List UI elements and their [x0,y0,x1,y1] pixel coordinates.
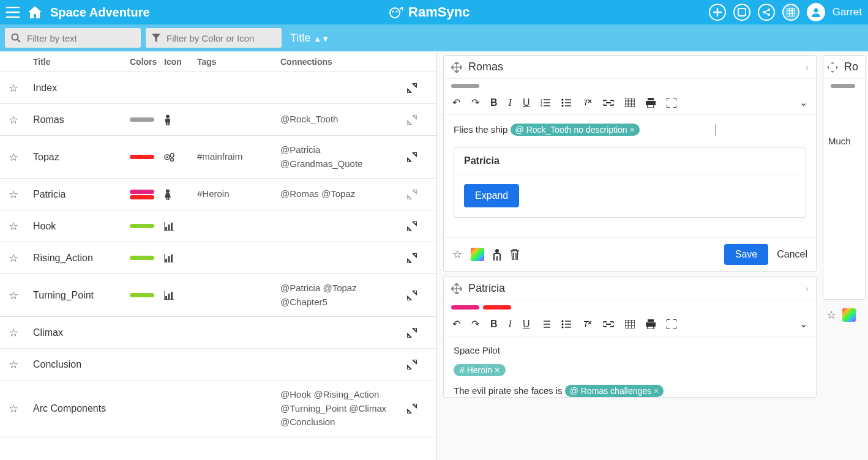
expand-icon[interactable] [407,152,428,162]
table-row[interactable]: ☆ Arc Components @Hook @Rising_Action@Tu… [0,380,436,437]
ul-icon[interactable] [561,320,571,328]
mention-rock-tooth[interactable]: @ Rock_Tooth no description× [511,124,640,136]
italic-icon[interactable]: I [509,319,512,330]
table-row[interactable]: ☆ Climax [0,317,436,349]
list-header: Title Colors Icon Tags Connections [0,51,436,72]
table-icon[interactable] [625,320,635,328]
row-icon [164,152,197,162]
table-row[interactable]: ☆ Hook [0,210,436,242]
move-icon[interactable] [451,62,462,73]
row-colors [130,292,164,299]
save-button[interactable]: Save [724,244,768,265]
link-icon[interactable] [603,100,614,106]
share-button[interactable] [758,4,775,21]
col-colors[interactable]: Colors [130,57,164,67]
chevron-right-icon[interactable]: › [806,62,809,72]
chevron-down-icon[interactable]: ⌄ [799,97,807,108]
undo-icon[interactable]: ↶ [452,318,460,330]
table-row[interactable]: ☆ Romas @Rock_Tooth [0,104,436,136]
fullscreen-icon[interactable] [667,319,676,329]
color-picker-icon[interactable] [471,248,484,261]
expand-icon[interactable] [407,291,428,300]
col-title[interactable]: Title [33,57,130,67]
grid-button[interactable] [782,4,799,21]
ul-icon[interactable] [561,98,571,107]
filter-color-box[interactable] [146,28,282,48]
star-icon[interactable]: ☆ [9,289,18,302]
row-icon [164,291,197,300]
star-icon[interactable]: ☆ [9,358,18,371]
expand-icon[interactable] [407,83,428,93]
star-icon[interactable]: ☆ [9,220,18,232]
star-icon[interactable]: ☆ [9,402,18,415]
expand-icon[interactable] [407,328,428,338]
expand-icon[interactable] [407,221,428,231]
sort-control[interactable]: Title ▲▼ [286,32,329,45]
bold-icon[interactable]: B [490,319,498,330]
editor-body[interactable]: Flies the ship @ Rock_Tooth no descripti… [444,115,816,237]
note-button[interactable] [733,4,750,21]
redo-icon[interactable]: ↷ [471,318,479,330]
table-row[interactable]: ☆ Topaz #mainfraim @Patricia@Grandmas_Qu… [0,136,436,179]
color-picker-icon[interactable] [842,308,856,322]
print-icon[interactable] [646,98,656,108]
expand-icon[interactable] [407,404,428,414]
chevron-down-icon[interactable]: ⌄ [799,318,807,330]
move-icon[interactable] [451,283,462,294]
expand-button[interactable]: Expand [464,184,519,207]
delete-icon[interactable] [510,249,520,260]
filter-text-box[interactable] [5,28,141,48]
expand-icon[interactable] [407,115,428,125]
col-connections[interactable]: Connections [280,57,407,67]
svg-rect-22 [171,223,173,231]
clear-format-icon[interactable]: T [582,319,592,329]
menu-icon[interactable] [6,7,20,18]
link-icon[interactable] [603,321,614,327]
table-row[interactable]: ☆ Conclusion [0,349,436,380]
underline-icon[interactable]: U [523,97,530,108]
clear-format-icon[interactable]: T [582,98,592,108]
star-icon[interactable]: ☆ [9,82,18,94]
star-icon[interactable]: ☆ [452,248,462,261]
col-tags[interactable]: Tags [197,57,280,67]
star-icon[interactable]: ☆ [9,327,18,339]
cancel-button[interactable]: Cancel [777,249,807,260]
bold-icon[interactable]: B [490,97,498,108]
ol-icon[interactable] [541,320,550,328]
add-button[interactable] [709,4,726,21]
editor-toolbar: ↶ ↷ B I U 123 T ⌄ [444,91,816,115]
star-icon[interactable]: ☆ [9,114,18,126]
home-icon[interactable] [28,6,42,18]
expand-icon[interactable] [407,360,428,369]
user-avatar-icon[interactable] [807,3,825,21]
expand-icon[interactable] [407,253,428,263]
redo-icon[interactable]: ↷ [471,97,479,108]
table-row[interactable]: ☆ Rising_Action [0,242,436,274]
table-row[interactable]: ☆ Index [0,72,436,104]
table-icon[interactable] [625,98,635,107]
col-icon[interactable]: Icon [164,57,197,67]
person-icon[interactable] [493,248,501,261]
ol-icon[interactable]: 123 [541,98,550,107]
editor-body[interactable]: Space Pilot # Heroin× The evil pirate sh… [444,336,816,397]
mention-romas[interactable]: @ Romas challenges× [565,385,664,397]
star-icon[interactable]: ☆ [826,308,836,322]
move-icon[interactable] [827,62,838,73]
svg-rect-3 [738,9,746,16]
star-icon[interactable]: ☆ [9,151,18,163]
undo-icon[interactable]: ↶ [452,97,460,108]
filter-color-input[interactable] [166,33,264,43]
italic-icon[interactable]: I [509,97,512,108]
underline-icon[interactable]: U [523,319,530,330]
fullscreen-icon[interactable] [667,98,676,108]
table-row[interactable]: ☆ Turning_Point @Patricia @Topaz@Chapter… [0,274,436,317]
chevron-right-icon[interactable]: › [806,284,809,294]
filter-text-input[interactable] [27,33,125,43]
svg-point-8 [12,34,18,40]
star-icon[interactable]: ☆ [9,252,18,264]
star-icon[interactable]: ☆ [9,188,18,201]
expand-icon[interactable] [407,190,428,199]
tag-heroin[interactable]: # Heroin× [454,364,506,376]
table-row[interactable]: ☆ Patricia #Heroin @Romas @Topaz [0,179,436,210]
print-icon[interactable] [646,319,656,329]
